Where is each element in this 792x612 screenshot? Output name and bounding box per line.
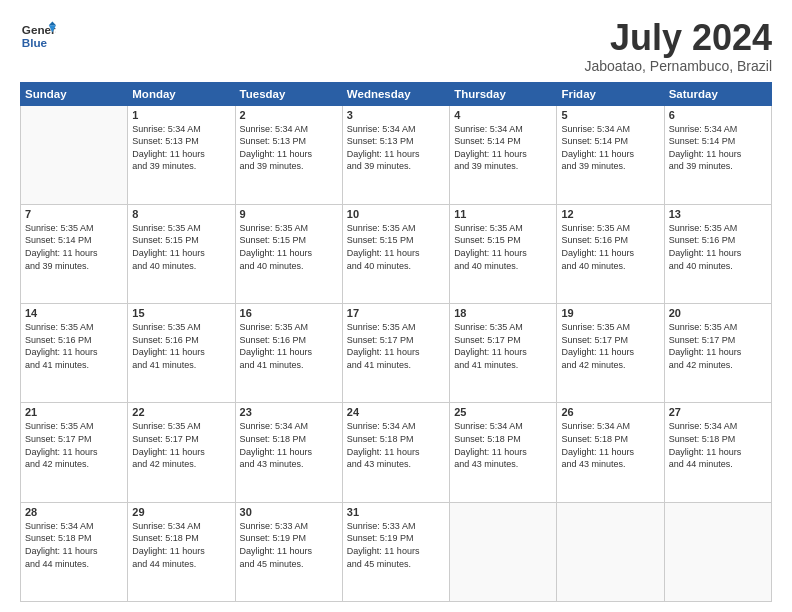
day-info: Sunrise: 5:35 AMSunset: 5:16 PMDaylight:… [240,321,338,371]
day-info: Sunrise: 5:34 AMSunset: 5:18 PMDaylight:… [454,420,552,470]
day-number: 22 [132,406,230,418]
day-number: 18 [454,307,552,319]
day-number: 23 [240,406,338,418]
day-info: Sunrise: 5:35 AMSunset: 5:16 PMDaylight:… [669,222,767,272]
calendar-cell [557,502,664,601]
calendar-cell: 10Sunrise: 5:35 AMSunset: 5:15 PMDayligh… [342,204,449,303]
day-number: 26 [561,406,659,418]
day-info: Sunrise: 5:35 AMSunset: 5:16 PMDaylight:… [561,222,659,272]
calendar-cell: 19Sunrise: 5:35 AMSunset: 5:17 PMDayligh… [557,304,664,403]
day-info: Sunrise: 5:35 AMSunset: 5:15 PMDaylight:… [347,222,445,272]
day-number: 24 [347,406,445,418]
header: General Blue July 2024 Jaboatao, Pernamb… [20,18,772,74]
day-info: Sunrise: 5:35 AMSunset: 5:16 PMDaylight:… [25,321,123,371]
calendar-cell: 11Sunrise: 5:35 AMSunset: 5:15 PMDayligh… [450,204,557,303]
day-info: Sunrise: 5:34 AMSunset: 5:13 PMDaylight:… [347,123,445,173]
calendar-cell: 1Sunrise: 5:34 AMSunset: 5:13 PMDaylight… [128,105,235,204]
calendar-cell: 18Sunrise: 5:35 AMSunset: 5:17 PMDayligh… [450,304,557,403]
calendar-cell: 29Sunrise: 5:34 AMSunset: 5:18 PMDayligh… [128,502,235,601]
calendar-cell: 23Sunrise: 5:34 AMSunset: 5:18 PMDayligh… [235,403,342,502]
calendar-cell: 22Sunrise: 5:35 AMSunset: 5:17 PMDayligh… [128,403,235,502]
day-info: Sunrise: 5:35 AMSunset: 5:17 PMDaylight:… [669,321,767,371]
day-info: Sunrise: 5:35 AMSunset: 5:15 PMDaylight:… [240,222,338,272]
week-row-0: 1Sunrise: 5:34 AMSunset: 5:13 PMDaylight… [21,105,772,204]
day-info: Sunrise: 5:34 AMSunset: 5:18 PMDaylight:… [25,520,123,570]
calendar-cell: 9Sunrise: 5:35 AMSunset: 5:15 PMDaylight… [235,204,342,303]
day-number: 4 [454,109,552,121]
calendar-cell: 25Sunrise: 5:34 AMSunset: 5:18 PMDayligh… [450,403,557,502]
calendar-cell: 21Sunrise: 5:35 AMSunset: 5:17 PMDayligh… [21,403,128,502]
day-number: 13 [669,208,767,220]
day-number: 15 [132,307,230,319]
calendar-cell [664,502,771,601]
col-wednesday: Wednesday [342,82,449,105]
day-info: Sunrise: 5:34 AMSunset: 5:18 PMDaylight:… [240,420,338,470]
day-info: Sunrise: 5:35 AMSunset: 5:16 PMDaylight:… [132,321,230,371]
day-info: Sunrise: 5:35 AMSunset: 5:17 PMDaylight:… [25,420,123,470]
calendar-cell: 31Sunrise: 5:33 AMSunset: 5:19 PMDayligh… [342,502,449,601]
location: Jaboatao, Pernambuco, Brazil [584,58,772,74]
calendar-table: Sunday Monday Tuesday Wednesday Thursday… [20,82,772,602]
day-number: 9 [240,208,338,220]
page: General Blue July 2024 Jaboatao, Pernamb… [0,0,792,612]
day-number: 28 [25,506,123,518]
day-info: Sunrise: 5:34 AMSunset: 5:13 PMDaylight:… [132,123,230,173]
calendar-cell: 15Sunrise: 5:35 AMSunset: 5:16 PMDayligh… [128,304,235,403]
calendar-cell: 26Sunrise: 5:34 AMSunset: 5:18 PMDayligh… [557,403,664,502]
day-info: Sunrise: 5:34 AMSunset: 5:18 PMDaylight:… [561,420,659,470]
col-thursday: Thursday [450,82,557,105]
day-info: Sunrise: 5:34 AMSunset: 5:18 PMDaylight:… [669,420,767,470]
day-info: Sunrise: 5:35 AMSunset: 5:17 PMDaylight:… [454,321,552,371]
col-friday: Friday [557,82,664,105]
week-row-1: 7Sunrise: 5:35 AMSunset: 5:14 PMDaylight… [21,204,772,303]
calendar-cell: 6Sunrise: 5:34 AMSunset: 5:14 PMDaylight… [664,105,771,204]
day-info: Sunrise: 5:34 AMSunset: 5:14 PMDaylight:… [561,123,659,173]
calendar-cell: 28Sunrise: 5:34 AMSunset: 5:18 PMDayligh… [21,502,128,601]
day-number: 3 [347,109,445,121]
day-number: 30 [240,506,338,518]
day-info: Sunrise: 5:35 AMSunset: 5:17 PMDaylight:… [561,321,659,371]
day-number: 29 [132,506,230,518]
day-number: 5 [561,109,659,121]
col-tuesday: Tuesday [235,82,342,105]
title-block: July 2024 Jaboatao, Pernambuco, Brazil [584,18,772,74]
calendar-cell: 7Sunrise: 5:35 AMSunset: 5:14 PMDaylight… [21,204,128,303]
day-number: 27 [669,406,767,418]
calendar-cell: 30Sunrise: 5:33 AMSunset: 5:19 PMDayligh… [235,502,342,601]
week-row-2: 14Sunrise: 5:35 AMSunset: 5:16 PMDayligh… [21,304,772,403]
day-info: Sunrise: 5:35 AMSunset: 5:17 PMDaylight:… [132,420,230,470]
day-info: Sunrise: 5:35 AMSunset: 5:14 PMDaylight:… [25,222,123,272]
logo: General Blue [20,18,56,54]
col-monday: Monday [128,82,235,105]
calendar-cell: 2Sunrise: 5:34 AMSunset: 5:13 PMDaylight… [235,105,342,204]
day-number: 10 [347,208,445,220]
calendar-cell: 8Sunrise: 5:35 AMSunset: 5:15 PMDaylight… [128,204,235,303]
calendar-cell: 16Sunrise: 5:35 AMSunset: 5:16 PMDayligh… [235,304,342,403]
day-number: 6 [669,109,767,121]
day-info: Sunrise: 5:35 AMSunset: 5:15 PMDaylight:… [132,222,230,272]
svg-text:Blue: Blue [22,36,48,49]
day-number: 21 [25,406,123,418]
calendar-cell: 12Sunrise: 5:35 AMSunset: 5:16 PMDayligh… [557,204,664,303]
day-number: 8 [132,208,230,220]
calendar-cell: 24Sunrise: 5:34 AMSunset: 5:18 PMDayligh… [342,403,449,502]
month-title: July 2024 [584,18,772,58]
day-number: 7 [25,208,123,220]
calendar-cell [450,502,557,601]
day-number: 14 [25,307,123,319]
day-info: Sunrise: 5:34 AMSunset: 5:14 PMDaylight:… [454,123,552,173]
col-sunday: Sunday [21,82,128,105]
day-info: Sunrise: 5:33 AMSunset: 5:19 PMDaylight:… [240,520,338,570]
day-number: 25 [454,406,552,418]
day-info: Sunrise: 5:35 AMSunset: 5:17 PMDaylight:… [347,321,445,371]
calendar-cell: 17Sunrise: 5:35 AMSunset: 5:17 PMDayligh… [342,304,449,403]
day-number: 17 [347,307,445,319]
day-number: 20 [669,307,767,319]
calendar-header-row: Sunday Monday Tuesday Wednesday Thursday… [21,82,772,105]
day-number: 11 [454,208,552,220]
day-number: 16 [240,307,338,319]
day-number: 12 [561,208,659,220]
calendar-cell [21,105,128,204]
day-info: Sunrise: 5:34 AMSunset: 5:18 PMDaylight:… [347,420,445,470]
day-info: Sunrise: 5:34 AMSunset: 5:13 PMDaylight:… [240,123,338,173]
